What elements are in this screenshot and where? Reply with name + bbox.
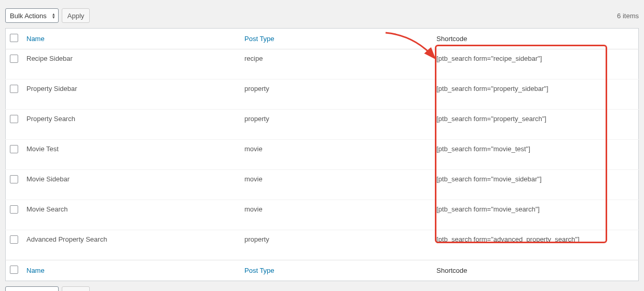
items-count: 6 items xyxy=(617,12,639,20)
list-table: Name Post Type Shortcode Recipe Sidebarr… xyxy=(5,28,639,281)
row-checkbox[interactable] xyxy=(10,205,18,214)
table-row: Movie Searchmovie[ptb_search form="movie… xyxy=(6,200,639,230)
row-name[interactable]: Property Sidebar xyxy=(22,80,240,110)
column-header-shortcode: Shortcode xyxy=(432,29,639,49)
row-name[interactable]: Movie Test xyxy=(22,140,240,170)
bulk-actions-label: Bulk Actions xyxy=(10,12,47,19)
row-post-type: recipe xyxy=(240,49,432,80)
select-all-checkbox-bottom[interactable] xyxy=(10,266,18,274)
row-checkbox[interactable] xyxy=(10,145,18,153)
row-name[interactable]: Advanced Property Search xyxy=(22,230,240,260)
row-shortcode: [ptb_search form="movie_sidebar"] xyxy=(432,170,639,200)
table-row: Property Sidebarproperty[ptb_search form… xyxy=(6,80,639,110)
column-footer-shortcode: Shortcode xyxy=(432,260,639,281)
tablenav-top: Bulk Actions ▴▾ Apply 6 items xyxy=(5,5,639,26)
select-all-checkbox-top[interactable] xyxy=(10,34,18,42)
row-name[interactable]: Recipe Sidebar xyxy=(22,49,240,80)
table-row: Advanced Property Searchproperty[ptb_sea… xyxy=(6,230,639,260)
row-post-type: movie xyxy=(240,170,432,200)
row-post-type: movie xyxy=(240,140,432,170)
row-name[interactable]: Movie Search xyxy=(22,200,240,230)
select-caret-icon: ▴▾ xyxy=(52,12,55,19)
row-shortcode: [ptb_search form="recipe_sidebar"] xyxy=(432,49,639,80)
column-header-post-type[interactable]: Post Type xyxy=(244,35,275,43)
column-footer-post-type[interactable]: Post Type xyxy=(244,267,275,274)
apply-button-bottom[interactable]: Apply xyxy=(62,286,90,291)
row-name[interactable]: Movie Sidebar xyxy=(22,170,240,200)
bulk-actions-select-bottom[interactable]: Bulk Actions ▴▾ xyxy=(5,286,59,291)
tablenav-bottom: Bulk Actions ▴▾ Apply 6 items xyxy=(5,283,639,291)
row-post-type: movie xyxy=(240,200,432,230)
row-checkbox[interactable] xyxy=(10,55,18,63)
table-row: Property Searchproperty[ptb_search form=… xyxy=(6,110,639,140)
row-shortcode: [ptb_search form="property_sidebar"] xyxy=(432,80,639,110)
row-shortcode: [ptb_search form="advanced_property_sear… xyxy=(432,230,639,260)
row-checkbox[interactable] xyxy=(10,175,18,183)
row-checkbox[interactable] xyxy=(10,235,18,244)
column-header-name[interactable]: Name xyxy=(26,35,45,43)
row-shortcode: [ptb_search form="movie_search"] xyxy=(432,200,639,230)
row-checkbox[interactable] xyxy=(10,115,18,123)
row-shortcode: [ptb_search form="movie_test"] xyxy=(432,140,639,170)
table-row: Recipe Sidebarrecipe[ptb_search form="re… xyxy=(6,49,639,80)
apply-button[interactable]: Apply xyxy=(62,8,90,23)
row-name[interactable]: Property Search xyxy=(22,110,240,140)
column-footer-name[interactable]: Name xyxy=(26,267,45,274)
row-shortcode: [ptb_search form="property_search"] xyxy=(432,110,639,140)
row-checkbox[interactable] xyxy=(10,85,18,93)
row-post-type: property xyxy=(240,230,432,260)
table-row: Movie Testmovie[ptb_search form="movie_t… xyxy=(6,140,639,170)
row-post-type: property xyxy=(240,80,432,110)
table-row: Movie Sidebarmovie[ptb_search form="movi… xyxy=(6,170,639,200)
bulk-actions-select[interactable]: Bulk Actions ▴▾ xyxy=(5,8,59,23)
row-post-type: property xyxy=(240,110,432,140)
